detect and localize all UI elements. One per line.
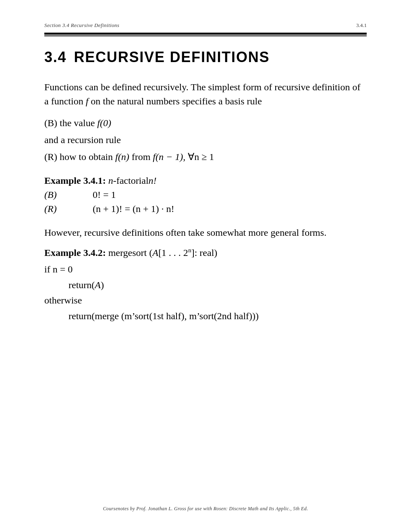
example1-R-formula: (n + 1)! = (n + 1) · n! — [93, 204, 367, 214]
example2-heading: Example 3.4.2: mergesort (A[1 . . . 2n]:… — [44, 247, 367, 258]
recursion-rule: (R) how to obtain f(n) from f(n − 1), ∀n… — [44, 150, 367, 164]
example1-R-paren: (R) — [44, 204, 57, 214]
example1-n: n — [108, 175, 113, 186]
example1-B-label: (B) — [44, 189, 93, 200]
section-title-text: RECURSIVE DEFINITIONS — [74, 49, 270, 65]
basis-formula: f(0) — [97, 118, 111, 128]
recursion-text2: from — [132, 152, 151, 162]
recursion-text1: how to obtain — [60, 152, 113, 162]
example2-n-sup: n — [188, 247, 191, 254]
intro-paragraph: Functions can be defined recursively. Th… — [44, 80, 367, 108]
intro-rest: on the natural numbers specifies a basis… — [91, 96, 262, 106]
example1-label: Example 3.4.1: — [44, 175, 106, 186]
example2-A: A — [152, 247, 158, 258]
code-if: if n = 0 — [44, 262, 367, 277]
intro-f: f — [86, 96, 89, 106]
recursion-fn1: f(n − 1), — [153, 152, 185, 162]
example1-B-paren: (B) — [44, 189, 57, 200]
code-return-merge: return(merge (m’sort(1st half), m’sort(2… — [68, 308, 367, 324]
example1-R-line: (R) (n + 1)! = (n + 1) · n! — [44, 204, 367, 214]
example1-B-line: (B) 0! = 1 — [44, 189, 367, 200]
code-return-a: return(A) — [68, 277, 367, 293]
transition-paragraph: However, recursive definitions often tak… — [44, 226, 367, 240]
example1-heading: Example 3.4.1: n-factorialn! — [44, 175, 367, 186]
example2-end: ]: real) — [191, 247, 218, 258]
basis-label: (B) — [44, 118, 57, 128]
recursion-intro-text: and a recursion rule — [44, 135, 121, 145]
example2-code: if n = 0 return(A) otherwise return(merg… — [44, 262, 367, 324]
header-rule — [44, 33, 367, 37]
basis-rule: (B) the value f(0) — [44, 116, 367, 130]
section-title: 3.4RECURSIVE DEFINITIONS — [44, 49, 367, 66]
section-number: 3.4 — [44, 49, 66, 65]
footer: Coursenotes by Prof. Jonathan L. Gross f… — [44, 506, 367, 512]
example2-range: [1 . . . 2 — [158, 247, 188, 258]
example1-mid: -factorial — [113, 175, 149, 186]
recursion-label: (R) — [44, 152, 57, 162]
example1-R-label: (R) — [44, 204, 93, 214]
example2-label: Example 3.4.2: — [44, 247, 106, 258]
example1-B-formula: 0! = 1 — [93, 189, 367, 200]
example2-title: mergesort (A[1 . . . 2n]: real) — [108, 247, 218, 258]
header-section: Section 3.4 Recursive Definitions — [44, 22, 119, 29]
basis-text: the value — [60, 118, 95, 128]
header-page-number: 3.4.1 — [356, 22, 367, 29]
page: Section 3.4 Recursive Definitions 3.4.1 … — [0, 0, 411, 532]
code-A-var: A — [95, 280, 101, 290]
example2-title-pre: mergesort ( — [108, 247, 153, 258]
example1-post: n! — [149, 175, 157, 186]
example1-title-pre: n-factorialn! — [108, 175, 157, 186]
transition-text: However, recursive definitions often tak… — [44, 227, 326, 238]
recursion-forall: ∀n ≥ 1 — [188, 152, 214, 162]
code-otherwise: otherwise — [44, 293, 367, 308]
recursion-intro: and a recursion rule — [44, 133, 367, 147]
recursion-fn: f(n) — [115, 152, 129, 162]
header: Section 3.4 Recursive Definitions 3.4.1 — [44, 22, 367, 29]
